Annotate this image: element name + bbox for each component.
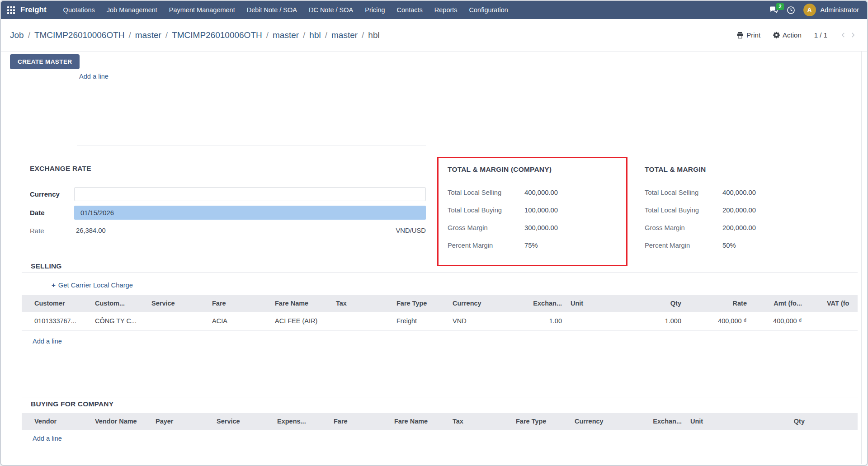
record-pager: 1 / 1 [814,31,827,39]
divider [22,272,858,273]
cell-qty[interactable]: 1.000 [665,312,681,330]
col-tax[interactable]: Tax [453,413,463,430]
plus-icon: + [52,281,56,289]
cell-amt[interactable]: 400,000 ₫ [773,312,802,330]
cell-customer-name[interactable]: CÔNG TY C... [95,312,137,330]
nav-item-contacts[interactable]: Contacts [397,6,423,14]
nav-item-configuration[interactable]: Configuration [469,6,508,14]
nav-item-debit-note-soa[interactable]: Debit Note / SOA [247,6,297,14]
rate-label: Rate [30,227,44,235]
user-avatar[interactable]: A [803,4,816,16]
col-fare-name[interactable]: Fare Name [275,295,308,312]
col-tax[interactable]: Tax [336,295,347,312]
rate-value: 26,384.00 [76,227,106,234]
next-record-button[interactable] [849,32,856,38]
col-customer[interactable]: Customer [34,295,65,312]
col-currency[interactable]: Currency [575,413,604,430]
margin-total-row-label: Total Local Selling [645,189,698,196]
breadcrumb-separator: / [28,30,30,40]
col-unit[interactable]: Unit [571,295,583,312]
col-currency[interactable]: Currency [453,295,481,312]
cell-fare-name[interactable]: ACI FEE (AIR) [275,312,317,330]
divider [77,146,426,146]
margin-company-title: TOTAL & MARGIN (COMPANY) [448,165,552,174]
col-payer[interactable]: Payer [156,413,174,430]
margin-company-row-label: Total Local Buying [448,207,502,214]
activities-clock-icon[interactable] [787,6,795,14]
breadcrumb-separator: / [303,30,305,40]
action-button[interactable]: Action [773,31,802,39]
print-button[interactable]: Print [736,31,760,39]
nav-item-pricing[interactable]: Pricing [365,6,385,14]
cell-exchange[interactable]: 1.00 [549,312,562,330]
col-fare[interactable]: Fare [334,413,348,430]
col-vendor-name[interactable]: Vendor Name [95,413,137,430]
col-amt[interactable]: Amt (fo... [774,295,802,312]
breadcrumb-bar: Job / TMCIMP26010006OTH / master / TMCIM… [1,19,867,52]
col-qty[interactable]: Qty [670,295,681,312]
selling-title: SELLING [31,262,62,270]
get-carrier-local-charge-button[interactable]: +Get Carrier Local Charge [52,281,133,289]
nav-item-job-management[interactable]: Job Management [107,6,157,14]
user-name[interactable]: Administrator [821,6,859,14]
currency-label: Currency [30,190,60,198]
margin-company-row-value: 100,000.00 [524,207,558,214]
nav-item-reports[interactable]: Reports [434,6,458,14]
add-line-link-buying[interactable]: Add a line [33,435,62,442]
app-name[interactable]: Freight [20,5,47,14]
col-expense[interactable]: Expens... [277,413,306,430]
date-input[interactable]: 01/15/2026 [74,206,426,220]
cell-fare[interactable]: ACIA [212,312,227,330]
breadcrumb-separator: / [362,30,364,40]
create-master-button[interactable]: CREATE MASTER [10,54,80,69]
add-line-link-selling[interactable]: Add a line [33,338,62,345]
breadcrumb-hbl-1[interactable]: hbl [309,30,321,40]
buying-table-header: Vendor Vendor Name Payer Service Expens.… [22,413,858,430]
cell-customer[interactable]: 0101333767... [34,312,76,330]
breadcrumb-separator: / [165,30,168,40]
margin-total-row-label: Gross Margin [645,224,685,231]
currency-input[interactable] [74,187,426,201]
nav-item-dc-note-soa[interactable]: DC Note / SOA [309,6,353,14]
apps-grid-icon[interactable] [7,6,15,14]
margin-company-row-label: Percent Margin [448,242,493,249]
cell-fare-type[interactable]: Freight [396,312,417,330]
col-service[interactable]: Service [151,295,175,312]
col-exchange[interactable]: Exchan... [533,295,562,312]
prev-record-button[interactable] [840,32,847,38]
scrollbar-track[interactable] [861,51,862,464]
breadcrumb-master-1[interactable]: master [135,30,161,40]
app-window: Freight Quotations Job Management Paymen… [0,0,868,466]
nav-item-payment-management[interactable]: Payment Management [169,6,235,14]
col-fare-name[interactable]: Fare Name [394,413,428,430]
col-unit[interactable]: Unit [690,413,703,430]
cell-rate[interactable]: 400,000 ₫ [718,312,747,330]
breadcrumb-master-2[interactable]: master [273,30,299,40]
col-vendor[interactable]: Vendor [34,413,57,430]
exchange-rate-title: EXCHANGE RATE [30,165,91,173]
nav-item-quotations[interactable]: Quotations [63,6,95,14]
col-qty[interactable]: Qty [794,413,805,430]
col-customer-name[interactable]: Custom... [95,295,125,312]
breadcrumb-job-ref[interactable]: TMCIMP26010006OTH [34,30,125,40]
col-rate[interactable]: Rate [733,295,747,312]
col-fare[interactable]: Fare [212,295,226,312]
col-vat[interactable]: VAT (fo [827,295,849,312]
col-fare-type[interactable]: Fare Type [396,295,427,312]
selling-table-header: Customer Custom... Service Fare Fare Nam… [22,295,858,312]
breadcrumb-separator: / [266,30,269,40]
col-fare-type[interactable]: Fare Type [516,413,546,430]
col-service[interactable]: Service [217,413,240,430]
breadcrumb-job-ref-2[interactable]: TMCIMP26010006OTH [172,30,262,40]
messages-button[interactable]: 2 [769,6,778,14]
margin-total-row-value: 400,000.00 [722,189,756,196]
col-exchange[interactable]: Exchan... [653,413,682,430]
cell-currency[interactable]: VND [453,312,467,330]
add-line-link-top[interactable]: Add a line [79,73,108,80]
breadcrumb: Job / TMCIMP26010006OTH / master / TMCIM… [10,30,380,40]
margin-company-row-value: 400,000.00 [524,189,558,196]
record-controls: Print Action 1 / 1 [736,31,856,39]
selling-table-row[interactable]: 0101333767... CÔNG TY C... ACIA ACI FEE … [22,312,858,331]
breadcrumb-job[interactable]: Job [10,30,24,40]
breadcrumb-master-3[interactable]: master [331,30,358,40]
